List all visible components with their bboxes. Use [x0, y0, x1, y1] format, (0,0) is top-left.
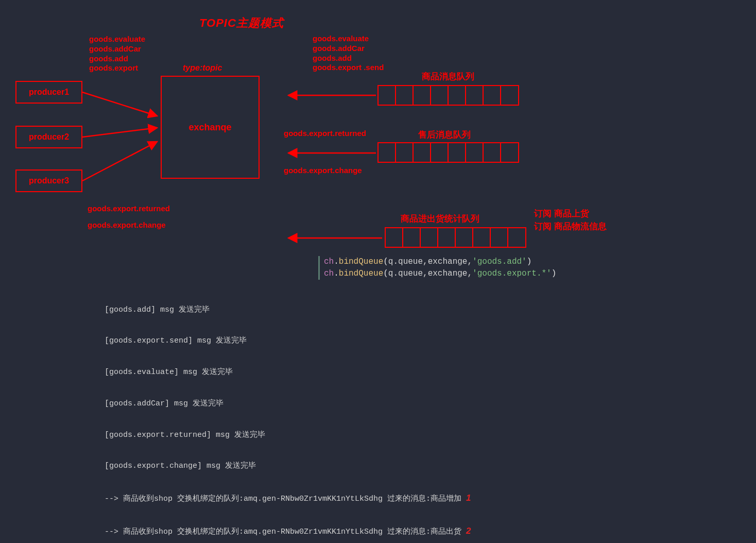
- log-line: --> 商品收到shop 交换机绑定的队列:amq.gen-RNbw0Zr1vm…: [105, 525, 499, 537]
- exchange-type-label: type:topic: [183, 63, 222, 73]
- goods-queue-keys: goods.evaluate goods.addCar goods.add go…: [313, 34, 384, 73]
- log-line: [goods.evaluate] msg 发送完毕: [105, 367, 499, 378]
- stats-sub-2: 订阅 商品物流信息: [534, 220, 607, 233]
- after-queue-label: 售后消息队列: [418, 129, 471, 141]
- stats-queue-label: 商品进出货统计队列: [401, 213, 479, 225]
- producer-keys-bottom-1: goods.export.returned: [88, 204, 170, 214]
- log-line: [goods.export.returned] msg 发送完毕: [105, 430, 499, 440]
- log-line: [goods.export.send] msg 发送完毕: [105, 336, 499, 346]
- producer-2: producer2: [15, 126, 82, 148]
- goods-queue: [377, 85, 519, 106]
- log-line: [goods.export.change] msg 发送完毕: [105, 461, 499, 471]
- svg-line-0: [82, 92, 157, 116]
- log-line: --> 商品收到shop 交换机绑定的队列:amq.gen-RNbw0Zr1vm…: [105, 493, 499, 504]
- code-snippet: ch.bindQueue(q.queue,exchange,'goods.add…: [318, 256, 556, 280]
- code-line-1: ch.bindQueue(q.queue,exchange,'goods.add…: [324, 256, 556, 268]
- producer-3: producer3: [15, 169, 82, 192]
- producer-1: producer1: [15, 81, 82, 104]
- log-line: [goods.add] msg 发送完毕: [105, 305, 499, 315]
- stats-queue: [385, 227, 526, 248]
- log-line: [goods.addCar] msg 发送完毕: [105, 399, 499, 409]
- after-queue-key-bot: goods.export.change: [284, 166, 362, 176]
- stats-sub-1: 订阅 商品上货: [534, 208, 589, 220]
- log-output: [goods.add] msg 发送完毕 [goods.export.send]…: [105, 284, 499, 543]
- diagram-title: TOPIC主题模式: [199, 15, 284, 31]
- producer-keys-top: goods.evaluate goods.addCar goods.add go…: [89, 35, 145, 73]
- code-line-2: ch.bindQueue(q.queue,exchange,'goods.exp…: [324, 268, 556, 280]
- svg-line-2: [82, 142, 157, 181]
- exchange-box: exchanqe: [161, 76, 260, 179]
- goods-queue-label: 商品消息队列: [422, 71, 474, 82]
- svg-line-1: [82, 128, 157, 137]
- after-queue: [377, 142, 519, 163]
- after-queue-key-top: goods.export.returned: [284, 129, 366, 139]
- producer-keys-bottom-2: goods.export.change: [88, 220, 166, 230]
